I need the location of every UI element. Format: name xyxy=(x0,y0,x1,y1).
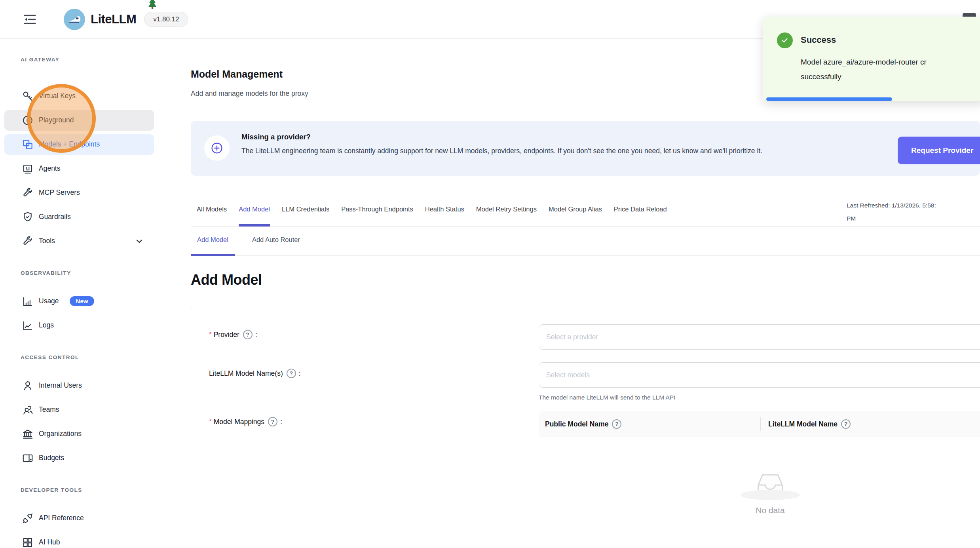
sidebar-item-label: AI Hub xyxy=(39,538,60,546)
banner-title: Missing a provider? xyxy=(241,133,311,141)
sidebar-item-label: Virtual Keys xyxy=(39,92,76,100)
sidebar-item-mcp-servers[interactable]: MCP Servers xyxy=(4,183,154,203)
section-label-observability: OBSERVABILITY xyxy=(21,270,189,276)
model-mappings-table: Public Model Name LiteLLM Model Name No … xyxy=(539,411,980,545)
sidebar-item-label: Agents xyxy=(39,164,60,173)
play-circle-icon xyxy=(22,114,34,126)
model-mappings-label: * Model Mappings xyxy=(209,417,282,426)
section-label-ai-gateway: AI GATEWAY xyxy=(21,57,189,63)
menu-fold-icon[interactable] xyxy=(22,11,38,27)
add-model-subtabs: Add Model Add Auto Router xyxy=(191,227,980,256)
help-circle-icon[interactable] xyxy=(287,369,296,378)
sidebar-item-label: API Reference xyxy=(39,514,84,522)
help-circle-icon[interactable] xyxy=(612,419,621,429)
request-provider-button[interactable]: Request Provider xyxy=(898,137,980,164)
banner-body: The LiteLLM engineering team is constant… xyxy=(241,145,762,156)
bank-icon xyxy=(22,428,34,440)
sidebar-item-budgets[interactable]: Budgets xyxy=(4,448,154,468)
sidebar-item-agents[interactable]: Agents xyxy=(4,158,154,179)
missing-provider-banner: Missing a provider? The LiteLLM engineer… xyxy=(191,121,980,176)
help-circle-icon[interactable] xyxy=(243,330,253,339)
toast-message: Model azure_ai/azure-model-router cr suc… xyxy=(801,55,927,84)
sidebar-item-label: Teams xyxy=(39,405,59,414)
christmas-tree-icon xyxy=(146,0,158,13)
provider-label: * Provider xyxy=(209,330,257,339)
sidebar-item-guardrails[interactable]: Guardrails xyxy=(4,207,154,227)
sidebar-item-playground[interactable]: Playground xyxy=(4,110,154,131)
toast-progress-bar xyxy=(766,97,892,101)
sidebar-item-logs[interactable]: Logs xyxy=(4,315,154,336)
sidebar-item-tools[interactable]: Tools xyxy=(4,231,154,251)
blocks-icon xyxy=(22,139,34,150)
provider-select[interactable] xyxy=(539,324,980,350)
credit-card-icon xyxy=(22,452,34,464)
no-data-text: No data xyxy=(756,506,785,515)
sidebar-item-label: Playground xyxy=(39,116,74,124)
tab-model-retry-settings[interactable]: Model Retry Settings xyxy=(476,206,537,226)
help-circle-icon[interactable] xyxy=(841,419,851,429)
app-name: LiteLLM xyxy=(91,12,136,27)
wrench-icon xyxy=(22,187,34,199)
tab-model-group-alias[interactable]: Model Group Alias xyxy=(549,206,602,226)
section-label-access-control: ACCESS CONTROL xyxy=(21,354,189,360)
table-empty-state: No data xyxy=(539,437,980,545)
tab-llm-credentials[interactable]: LLM Credentials xyxy=(282,206,329,226)
tab-add-model[interactable]: Add Model xyxy=(239,206,270,226)
last-refreshed-timestamp: Last Refreshed: 1/13/2026, 5:58: PM xyxy=(847,199,980,225)
chevron-down-icon[interactable] xyxy=(134,236,144,246)
help-circle-icon[interactable] xyxy=(268,417,277,426)
add-model-form: * Provider LiteLLM Model Name(s) The mod… xyxy=(191,306,980,548)
model-name-helper-text: The model name LiteLLM will send to the … xyxy=(539,394,676,401)
sidebar-item-label: Organizations xyxy=(39,430,82,438)
key-icon xyxy=(22,90,34,102)
user-icon xyxy=(22,380,34,392)
sidebar-nav: AI GATEWAY Virtual Keys Playground Model… xyxy=(0,39,189,548)
sidebar-item-api-reference[interactable]: API Reference xyxy=(4,508,154,529)
robot-icon xyxy=(22,163,34,175)
section-label-developer-tools: DEVELOPER TOOLS xyxy=(21,487,189,493)
add-model-heading: Add Model xyxy=(191,272,262,288)
tool-icon xyxy=(22,235,34,247)
sidebar-item-teams[interactable]: Teams xyxy=(4,400,154,420)
toast-title: Success xyxy=(801,35,836,45)
sidebar-item-ai-hub[interactable]: AI Hub xyxy=(4,532,154,548)
empty-shadow xyxy=(741,490,800,500)
litellm-logo xyxy=(64,9,85,30)
success-toast: Success Model azure_ai/azure-model-route… xyxy=(763,17,980,101)
column-public-model-name: Public Model Name xyxy=(539,419,760,429)
page-subtitle: Add and manage models for the proxy xyxy=(191,89,308,98)
tab-pass-through-endpoints[interactable]: Pass-Through Endpoints xyxy=(341,206,413,226)
success-check-icon xyxy=(777,32,793,48)
version-badge: v1.80.12 xyxy=(144,12,188,27)
shield-check-icon xyxy=(22,211,34,223)
sidebar-item-label: Models + Endpoints xyxy=(39,140,100,148)
sidebar-item-internal-users[interactable]: Internal Users xyxy=(4,375,154,396)
sidebar-item-label: Guardrails xyxy=(39,213,71,221)
sidebar-item-label: Internal Users xyxy=(39,381,82,390)
column-divider xyxy=(760,417,761,431)
sidebar-item-organizations[interactable]: Organizations xyxy=(4,424,154,444)
litellm-model-names-select[interactable] xyxy=(539,362,980,388)
new-badge: New xyxy=(70,296,95,306)
tab-all-models[interactable]: All Models xyxy=(197,206,227,226)
api-plug-icon xyxy=(22,512,34,524)
sidebar-item-usage[interactable]: Usage New xyxy=(4,291,154,312)
main-content: Model Management Add and manage models f… xyxy=(191,39,980,548)
page-title: Model Management xyxy=(191,68,283,80)
column-litellm-model-name: LiteLLM Model Name xyxy=(760,419,853,429)
tab-price-data-reload[interactable]: Price Data Reload xyxy=(614,206,667,226)
tab-health-status[interactable]: Health Status xyxy=(425,206,464,226)
plus-circle-icon xyxy=(204,135,230,161)
required-asterisk: * xyxy=(209,418,212,426)
sidebar-item-virtual-keys[interactable]: Virtual Keys xyxy=(4,86,154,107)
grid-icon xyxy=(22,537,34,548)
sidebar-item-label: Tools xyxy=(39,237,55,245)
sidebar-item-models-endpoints[interactable]: Models + Endpoints xyxy=(4,134,154,155)
table-header-row: Public Model Name LiteLLM Model Name xyxy=(539,411,980,437)
subtab-add-auto-router[interactable]: Add Auto Router xyxy=(246,236,306,256)
users-icon xyxy=(22,404,34,416)
required-asterisk: * xyxy=(209,331,212,339)
line-chart-icon xyxy=(22,320,34,331)
subtab-add-model[interactable]: Add Model xyxy=(191,236,235,256)
bar-chart-icon xyxy=(22,295,34,307)
